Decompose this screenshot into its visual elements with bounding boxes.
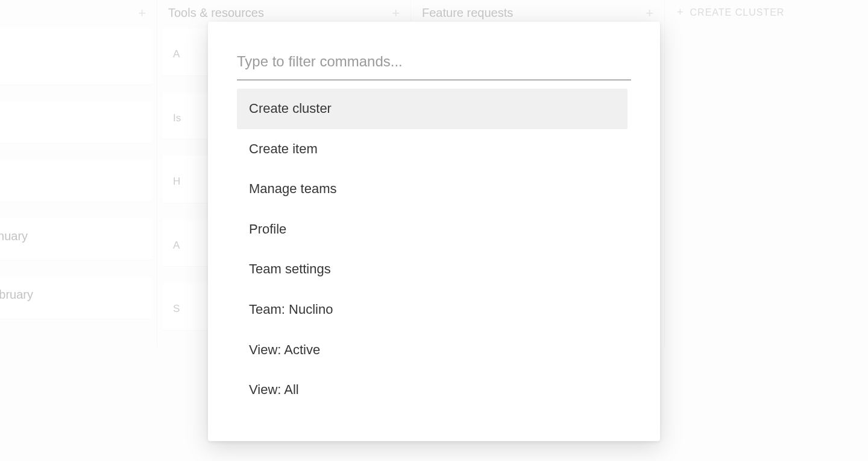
command-item-manage-teams[interactable]: Manage teams: [237, 169, 627, 209]
command-list-container: Create cluster Create item Manage teams …: [237, 89, 631, 427]
command-item-view-active[interactable]: View: Active: [237, 330, 627, 370]
command-item-team-settings[interactable]: Team settings: [237, 249, 627, 290]
command-item-create-item[interactable]: Create item: [237, 129, 627, 170]
command-item-create-cluster[interactable]: Create cluster: [237, 89, 627, 129]
command-item-team-nuclino[interactable]: Team: Nuclino: [237, 290, 627, 330]
command-list[interactable]: Create cluster Create item Manage teams …: [237, 89, 631, 427]
command-input[interactable]: [237, 47, 631, 80]
command-item-profile[interactable]: Profile: [237, 209, 627, 250]
command-palette: Create cluster Create item Manage teams …: [208, 22, 660, 441]
command-item-view-all[interactable]: View: All: [237, 370, 627, 410]
